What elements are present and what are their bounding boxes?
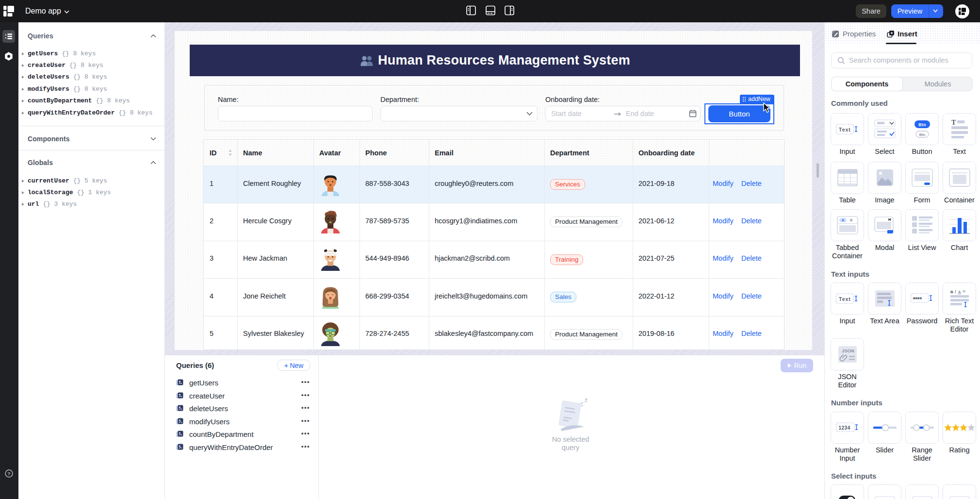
- svg-text:19: 19: [963, 290, 965, 293]
- svg-text:B: B: [850, 218, 852, 222]
- svg-text:?: ?: [8, 471, 11, 476]
- svg-text:JSON: JSON: [842, 348, 854, 353]
- svg-text:I: I: [954, 290, 956, 294]
- svg-text:****: ****: [913, 296, 922, 303]
- svg-text:T: T: [951, 119, 956, 126]
- svg-text:B: B: [950, 290, 953, 294]
- svg-text:A: A: [841, 218, 844, 222]
- svg-text:Btn: Btn: [919, 133, 925, 137]
- svg-text:Btn: Btn: [918, 122, 926, 127]
- svg-text:1234: 1234: [838, 425, 850, 431]
- svg-text:Text: Text: [839, 127, 851, 133]
- svg-text:Text: Text: [839, 296, 851, 302]
- svg-text:A: A: [958, 290, 961, 294]
